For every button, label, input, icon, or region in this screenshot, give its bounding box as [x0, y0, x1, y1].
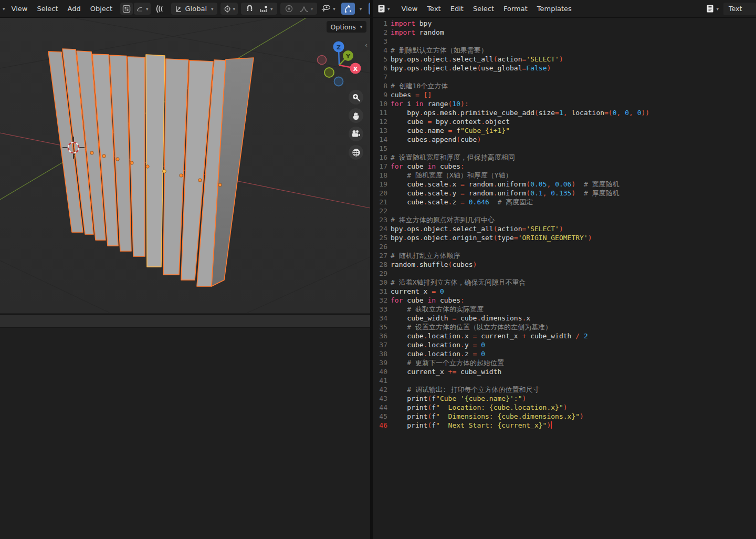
code-line: 13 cube.name = f"Cube_{i+1}" — [373, 126, 756, 135]
arcs-icon-button[interactable] — [152, 3, 165, 15]
show-gizmos-toggle[interactable] — [341, 3, 355, 15]
zoom-tool-button[interactable] — [349, 90, 363, 105]
code-line: 1import bpy — [373, 19, 756, 28]
grid-sphere-icon — [352, 148, 361, 157]
line-number: 1 — [373, 19, 387, 28]
texteditor-menu-text[interactable]: Text — [422, 0, 445, 17]
bottom-editor-body — [0, 328, 370, 539]
line-number: 27 — [373, 251, 387, 260]
code-line-content: print(f" Next Start: {current_x}") — [391, 421, 552, 430]
viewport-pane: ▾ ViewSelectAddObject ▾ — [0, 0, 370, 539]
texteditor-menu-edit[interactable]: Edit — [446, 0, 468, 17]
gizmo-neg-y-ball[interactable] — [324, 68, 334, 77]
chevron-down-icon: ▾ — [333, 6, 335, 12]
pivot-point-dropdown[interactable]: ▾ — [220, 3, 238, 15]
gizmo-neg-x-ball[interactable] — [318, 56, 327, 65]
chevron-down-icon: ▾ — [211, 6, 214, 12]
text-datablock-icon — [706, 4, 715, 13]
code-line: 38 cube.location.z = 0 — [373, 349, 756, 358]
code-line-content: # 删除默认立方体（如果需要） — [391, 46, 488, 55]
texteditor-menu-view[interactable]: View — [397, 0, 423, 17]
texteditor-menu-select[interactable]: Select — [468, 0, 499, 17]
line-number: 6 — [373, 64, 387, 72]
code-line-content: for i in range(10): — [391, 99, 469, 108]
code-line-content: cubes = [] — [391, 90, 432, 99]
sidebar-collapse-arrow[interactable]: ‹ — [365, 41, 368, 49]
code-line-content: cubes.append(cube) — [391, 135, 481, 144]
editor-type-dropdown[interactable]: ▾ — [0, 3, 6, 15]
code-line: 41 — [373, 376, 756, 385]
gizmos-dropdown[interactable]: ▾ — [356, 3, 364, 15]
texteditor-menu-templates[interactable]: Templates — [532, 0, 576, 17]
code-line-content: bpy.ops.object.select_all(action='SELECT… — [391, 224, 563, 233]
viewport-menu-select[interactable]: Select — [32, 0, 62, 17]
code-line: 25bpy.ops.object.origin_set(type='ORIGIN… — [373, 233, 756, 242]
arcs-icon — [154, 4, 163, 14]
line-number: 45 — [373, 412, 387, 421]
viewport-menubar: ViewSelectAddObject — [7, 0, 117, 17]
snap-target-dropdown[interactable]: ▾ — [257, 3, 275, 15]
line-number: 32 — [373, 296, 387, 305]
gizmo-x-label: X — [353, 66, 358, 72]
magnet-icon — [245, 4, 254, 13]
line-number: 46 — [373, 421, 387, 430]
line-number: 17 — [373, 162, 387, 171]
toggle-perspective-button[interactable] — [349, 145, 363, 160]
line-number: 39 — [373, 358, 387, 367]
active-origin-dot — [163, 170, 166, 173]
code-line: 15 — [373, 144, 756, 153]
code-line-content: for cube in cubes: — [391, 162, 465, 171]
falloff-curve-dropdown[interactable]: ▾ — [134, 3, 151, 15]
code-line-content: cube.scale.x = random.uniform(0.05, 0.06… — [391, 180, 620, 189]
viewport-canvas[interactable]: Options ▾ ‹ Z Y X — [0, 18, 370, 313]
magnifier-plus-icon — [352, 93, 361, 102]
viewport-menu-object[interactable]: Object — [86, 0, 117, 17]
text-datablock-name-field[interactable]: Text — [723, 3, 756, 15]
proportional-editing-toggle[interactable] — [282, 3, 296, 15]
line-number: 5 — [373, 55, 387, 64]
snap-increment-icon — [259, 5, 269, 13]
proportional-circle-icon — [285, 4, 293, 13]
cube-row — [48, 49, 254, 286]
viewport-menu-add[interactable]: Add — [63, 0, 86, 17]
cube-object-active[interactable] — [146, 55, 165, 267]
code-line: 7 — [373, 72, 756, 81]
texteditor-type-dropdown[interactable]: ▾ — [375, 3, 392, 15]
transform-orientation-dropdown[interactable]: Global ▾ — [171, 3, 217, 15]
code-line-content: for cube in cubes: — [391, 296, 465, 305]
texteditor-menu-format[interactable]: Format — [499, 0, 532, 17]
line-number: 22 — [373, 206, 387, 215]
line-number: 12 — [373, 117, 387, 126]
line-number: 36 — [373, 331, 387, 340]
viewport-menu-view[interactable]: View — [7, 0, 33, 17]
code-line: 3 — [373, 37, 756, 46]
navigation-gizmo[interactable]: Z Y X — [314, 26, 364, 87]
proportional-falloff-dropdown[interactable]: ▾ — [297, 3, 316, 15]
code-line: 39 # 更新下一个立方体的起始位置 — [373, 358, 756, 367]
gizmo-neg-z-ball[interactable] — [334, 77, 343, 86]
code-line: 44 print(f" Location: {cube.location.x}"… — [373, 403, 756, 412]
code-line-content: bpy.ops.object.delete(use_global=False) — [391, 64, 551, 72]
texteditor-menubar: ViewTextEditSelectFormatTemplates — [397, 0, 576, 17]
line-number: 28 — [373, 260, 387, 269]
camera-view-button[interactable] — [349, 127, 363, 141]
pan-tool-button[interactable] — [349, 108, 363, 123]
code-editor[interactable]: 1import bpy2import random34# 删除默认立方体（如果需… — [373, 18, 756, 539]
curve-icon — [136, 5, 144, 13]
gizmo-z-label: Z — [337, 44, 341, 51]
line-number: 40 — [373, 367, 387, 376]
texteditor-header: ▾ ViewTextEditSelectFormatTemplates ▾ Te… — [373, 0, 756, 18]
code-line-content: cube.name = f"Cube_{i+1}" — [391, 126, 510, 135]
text-cursor — [551, 421, 552, 429]
code-line: 6bpy.ops.object.delete(use_global=False) — [373, 64, 756, 72]
code-line-content: # 获取立方体的实际宽度 — [391, 305, 484, 314]
text-datablock-name: Text — [729, 5, 742, 13]
code-line-content: print(f" Location: {cube.location.x}") — [391, 403, 568, 412]
snap-toggle-button[interactable] — [243, 3, 256, 15]
checkerboard-icon-button[interactable] — [120, 3, 133, 15]
object-type-visibility-dropdown[interactable]: ▾ — [319, 3, 338, 15]
hand-icon — [352, 111, 360, 120]
code-line: 8# 创建10个立方体 — [373, 81, 756, 90]
line-number: 41 — [373, 376, 387, 385]
text-datablock-dropdown[interactable]: ▾ — [704, 3, 721, 15]
